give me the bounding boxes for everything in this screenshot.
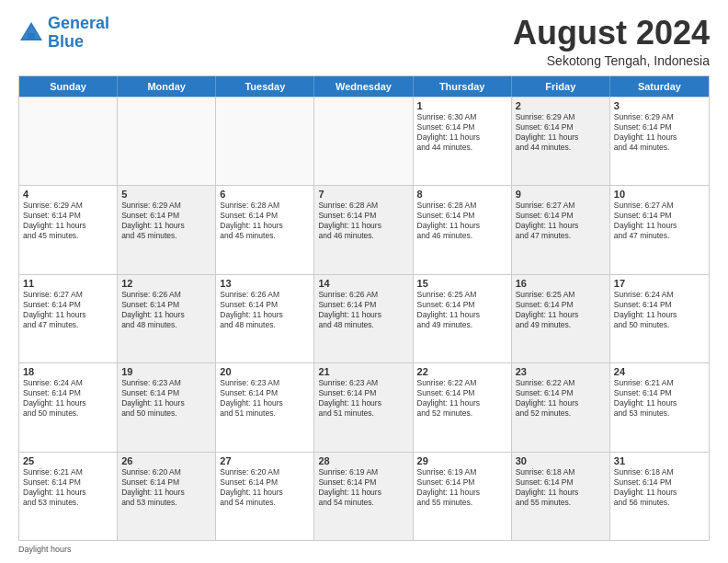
cal-week-3: 11Sunrise: 6:27 AM Sunset: 6:14 PM Dayli… [19,274,709,362]
day-number: 30 [516,455,606,466]
day-info: Sunrise: 6:23 AM Sunset: 6:14 PM Dayligh… [121,378,211,419]
cal-cell [216,98,314,185]
day-info: Sunrise: 6:26 AM Sunset: 6:14 PM Dayligh… [121,290,211,330]
day-number: 11 [23,278,113,289]
day-info: Sunrise: 6:19 AM Sunset: 6:14 PM Dayligh… [318,467,408,508]
cal-cell: 10Sunrise: 6:27 AM Sunset: 6:14 PM Dayli… [610,186,709,273]
day-number: 19 [121,366,211,377]
cal-cell: 23Sunrise: 6:22 AM Sunset: 6:14 PM Dayli… [512,363,610,451]
day-info: Sunrise: 6:25 AM Sunset: 6:14 PM Dayligh… [516,290,606,330]
day-info: Sunrise: 6:28 AM Sunset: 6:14 PM Dayligh… [318,201,408,241]
day-info: Sunrise: 6:27 AM Sunset: 6:14 PM Dayligh… [516,201,606,241]
cal-cell: 3Sunrise: 6:29 AM Sunset: 6:14 PM Daylig… [610,98,709,185]
day-info: Sunrise: 6:28 AM Sunset: 6:14 PM Dayligh… [220,201,310,241]
day-info: Sunrise: 6:27 AM Sunset: 6:14 PM Dayligh… [614,201,705,241]
day-number: 9 [516,189,606,200]
day-info: Sunrise: 6:29 AM Sunset: 6:14 PM Dayligh… [614,112,705,153]
day-number: 15 [417,278,507,289]
cal-cell: 17Sunrise: 6:24 AM Sunset: 6:14 PM Dayli… [610,275,709,362]
cal-cell: 13Sunrise: 6:26 AM Sunset: 6:14 PM Dayli… [216,275,314,362]
day-number: 14 [318,278,408,289]
cal-cell: 19Sunrise: 6:23 AM Sunset: 6:14 PM Dayli… [118,363,216,451]
day-info: Sunrise: 6:26 AM Sunset: 6:14 PM Dayligh… [318,290,408,330]
day-number: 4 [23,189,113,200]
calendar-body: 1Sunrise: 6:30 AM Sunset: 6:14 PM Daylig… [19,97,709,540]
day-number: 7 [318,189,408,200]
title-area: August 2024 Sekotong Tengah, Indonesia [513,15,710,68]
cal-cell: 30Sunrise: 6:18 AM Sunset: 6:14 PM Dayli… [512,453,610,540]
day-number: 21 [318,366,408,377]
cal-cell [314,98,413,185]
page: General Blue August 2024 Sekotong Tengah… [0,0,728,563]
cal-cell: 6Sunrise: 6:28 AM Sunset: 6:14 PM Daylig… [216,186,314,273]
cal-cell: 12Sunrise: 6:26 AM Sunset: 6:14 PM Dayli… [118,275,216,362]
day-number: 13 [220,278,310,289]
day-number: 18 [23,366,113,377]
calendar-header-row: SundayMondayTuesdayWednesdayThursdayFrid… [19,76,709,97]
cal-cell: 11Sunrise: 6:27 AM Sunset: 6:14 PM Dayli… [19,275,118,362]
cal-week-2: 4Sunrise: 6:29 AM Sunset: 6:14 PM Daylig… [19,185,709,273]
day-number: 10 [614,189,705,200]
cal-header-saturday: Saturday [610,76,709,97]
cal-week-1: 1Sunrise: 6:30 AM Sunset: 6:14 PM Daylig… [19,97,709,185]
cal-header-thursday: Thursday [414,76,512,97]
day-info: Sunrise: 6:20 AM Sunset: 6:14 PM Dayligh… [121,467,211,508]
cal-cell: 31Sunrise: 6:18 AM Sunset: 6:14 PM Dayli… [610,453,709,540]
day-info: Sunrise: 6:18 AM Sunset: 6:14 PM Dayligh… [516,467,606,508]
day-info: Sunrise: 6:23 AM Sunset: 6:14 PM Dayligh… [220,378,310,419]
day-number: 23 [516,366,606,377]
footer: Daylight hours [18,545,710,554]
cal-cell: 4Sunrise: 6:29 AM Sunset: 6:14 PM Daylig… [19,186,118,273]
cal-cell: 8Sunrise: 6:28 AM Sunset: 6:14 PM Daylig… [414,186,512,273]
day-number: 2 [516,100,606,111]
cal-cell: 1Sunrise: 6:30 AM Sunset: 6:14 PM Daylig… [414,98,512,185]
day-info: Sunrise: 6:29 AM Sunset: 6:14 PM Dayligh… [516,112,606,153]
cal-cell: 18Sunrise: 6:24 AM Sunset: 6:14 PM Dayli… [19,363,118,451]
cal-cell: 29Sunrise: 6:19 AM Sunset: 6:14 PM Dayli… [414,453,512,540]
cal-cell [19,98,118,185]
day-number: 22 [417,366,507,377]
month-title: August 2024 [513,15,710,52]
cal-cell: 16Sunrise: 6:25 AM Sunset: 6:14 PM Dayli… [512,275,610,362]
day-info: Sunrise: 6:23 AM Sunset: 6:14 PM Dayligh… [318,378,408,419]
logo-blue: Blue [48,32,84,51]
cal-header-monday: Monday [118,76,216,97]
day-number: 25 [23,455,113,466]
day-number: 26 [121,455,211,466]
location-subtitle: Sekotong Tengah, Indonesia [513,53,710,68]
logo-text: General Blue [48,15,109,52]
header: General Blue August 2024 Sekotong Tengah… [18,15,710,68]
day-info: Sunrise: 6:22 AM Sunset: 6:14 PM Dayligh… [516,378,606,419]
day-info: Sunrise: 6:18 AM Sunset: 6:14 PM Dayligh… [614,467,705,508]
cal-header-wednesday: Wednesday [314,76,413,97]
logo: General Blue [18,15,109,52]
day-info: Sunrise: 6:20 AM Sunset: 6:14 PM Dayligh… [220,467,310,508]
cal-cell: 28Sunrise: 6:19 AM Sunset: 6:14 PM Dayli… [314,453,413,540]
day-info: Sunrise: 6:19 AM Sunset: 6:14 PM Dayligh… [417,467,507,508]
svg-rect-2 [28,33,35,40]
day-number: 24 [614,366,705,377]
day-info: Sunrise: 6:30 AM Sunset: 6:14 PM Dayligh… [417,112,507,153]
day-number: 31 [614,455,705,466]
day-info: Sunrise: 6:29 AM Sunset: 6:14 PM Dayligh… [23,201,113,241]
cal-cell [118,98,216,185]
day-number: 28 [318,455,408,466]
day-info: Sunrise: 6:24 AM Sunset: 6:14 PM Dayligh… [23,378,113,419]
cal-cell: 9Sunrise: 6:27 AM Sunset: 6:14 PM Daylig… [512,186,610,273]
footer-text: Daylight hours [18,545,72,554]
day-number: 1 [417,100,507,111]
day-number: 27 [220,455,310,466]
cal-cell: 15Sunrise: 6:25 AM Sunset: 6:14 PM Dayli… [414,275,512,362]
day-number: 5 [121,189,211,200]
cal-cell: 2Sunrise: 6:29 AM Sunset: 6:14 PM Daylig… [512,98,610,185]
day-info: Sunrise: 6:27 AM Sunset: 6:14 PM Dayligh… [23,290,113,330]
cal-cell: 27Sunrise: 6:20 AM Sunset: 6:14 PM Dayli… [216,453,314,540]
cal-cell: 7Sunrise: 6:28 AM Sunset: 6:14 PM Daylig… [314,186,413,273]
day-info: Sunrise: 6:29 AM Sunset: 6:14 PM Dayligh… [121,201,211,241]
cal-cell: 21Sunrise: 6:23 AM Sunset: 6:14 PM Dayli… [314,363,413,451]
day-number: 6 [220,189,310,200]
cal-cell: 24Sunrise: 6:21 AM Sunset: 6:14 PM Dayli… [610,363,709,451]
day-number: 29 [417,455,507,466]
calendar: SundayMondayTuesdayWednesdayThursdayFrid… [18,75,710,541]
day-info: Sunrise: 6:28 AM Sunset: 6:14 PM Dayligh… [417,201,507,241]
